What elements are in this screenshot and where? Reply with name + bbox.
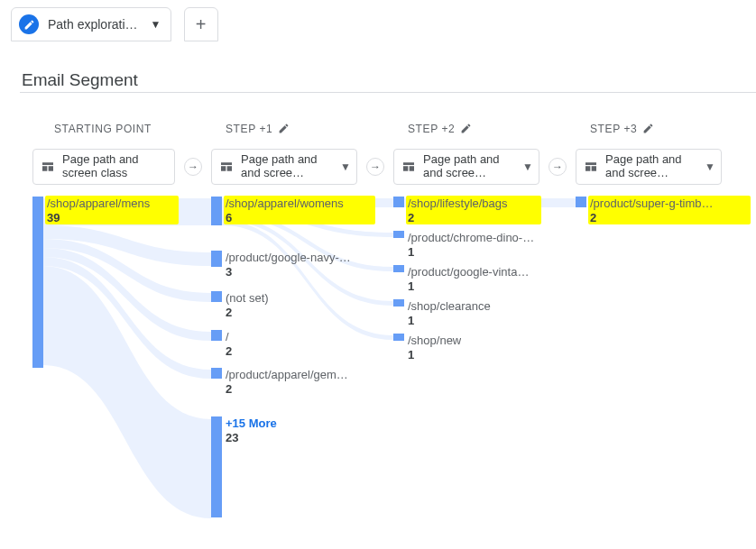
node-label: /product/chrome-dino-…	[408, 231, 534, 244]
edit-step-icon[interactable]	[642, 123, 654, 134]
node-label: /shop/apparel/mens	[47, 197, 150, 210]
divider	[20, 92, 756, 93]
table-icon	[219, 160, 234, 174]
table-icon	[41, 160, 55, 174]
tab-active[interactable]: Path explorati… ▼	[11, 7, 171, 41]
node-count: 2	[590, 211, 596, 224]
chevron-down-icon[interactable]: ▼	[522, 160, 533, 173]
dimension-card-step2[interactable]: Page path andand scree… ▼	[393, 149, 539, 185]
caret-down-icon[interactable]: ▼	[151, 18, 161, 31]
node-count: 1	[408, 279, 414, 293]
table-icon	[401, 160, 416, 174]
card-label: Page path andscreen class	[62, 153, 139, 180]
dimension-card-step3[interactable]: Page path andand scree… ▼	[576, 149, 722, 185]
node-count: 3	[226, 265, 232, 279]
card-label: Page path andand scree…	[605, 153, 682, 180]
edit-step-icon[interactable]	[460, 123, 472, 134]
page-title: Email Segment	[22, 70, 138, 90]
tab-label: Path explorati…	[48, 17, 138, 32]
node-count: 2	[408, 211, 414, 224]
chevron-down-icon[interactable]: ▼	[340, 160, 351, 173]
arrow-right-icon: →	[184, 158, 202, 176]
column-header-step2[interactable]: STEP +2	[408, 123, 472, 135]
edit-step-icon[interactable]	[278, 123, 290, 134]
sankey-diagram: /shop/apparel/mens 39 /shop/apparel/wome…	[0, 189, 756, 541]
node-count: 2	[226, 306, 232, 319]
node-count: 2	[226, 382, 232, 396]
node-count: 39	[47, 211, 60, 224]
node-label: /shop/lifestyle/bags	[408, 197, 508, 210]
card-label: Page path andand scree…	[241, 153, 318, 180]
node-label: /product/apparel/gem…	[226, 368, 348, 381]
node-label: /product/super-g-timb…	[590, 197, 714, 210]
column-header-step1[interactable]: STEP +1	[226, 123, 290, 135]
chevron-down-icon[interactable]: ▼	[705, 160, 715, 173]
column-header-step3[interactable]: STEP +3	[590, 123, 654, 135]
node-count: 1	[408, 314, 414, 327]
dimension-card-start[interactable]: Page path andscreen class	[32, 149, 175, 185]
node-count: 1	[408, 245, 414, 259]
node-label: (not set)	[226, 291, 269, 305]
node-count: 1	[408, 348, 414, 361]
node-label: /product/google-vinta…	[408, 265, 529, 279]
more-link[interactable]: +15 More	[226, 416, 277, 430]
column-header-start: STARTING POINT	[54, 123, 152, 135]
node-label: /shop/new	[408, 334, 461, 347]
node-count: 2	[226, 344, 232, 358]
node-count: 23	[226, 431, 238, 444]
node-label: /product/google-navy-…	[226, 251, 351, 264]
table-icon	[584, 160, 598, 174]
edit-icon	[19, 14, 39, 34]
node-label: /shop/apparel/womens	[226, 197, 344, 210]
arrow-right-icon: →	[549, 158, 567, 176]
card-label: Page path andand scree…	[423, 153, 500, 180]
dimension-card-step1[interactable]: Page path andand scree… ▼	[211, 149, 357, 185]
arrow-right-icon: →	[366, 158, 384, 176]
node-count: 6	[226, 211, 232, 224]
add-tab-button[interactable]: +	[184, 7, 218, 41]
node-label: /shop/clearance	[408, 299, 491, 313]
node-label: /	[226, 330, 229, 343]
